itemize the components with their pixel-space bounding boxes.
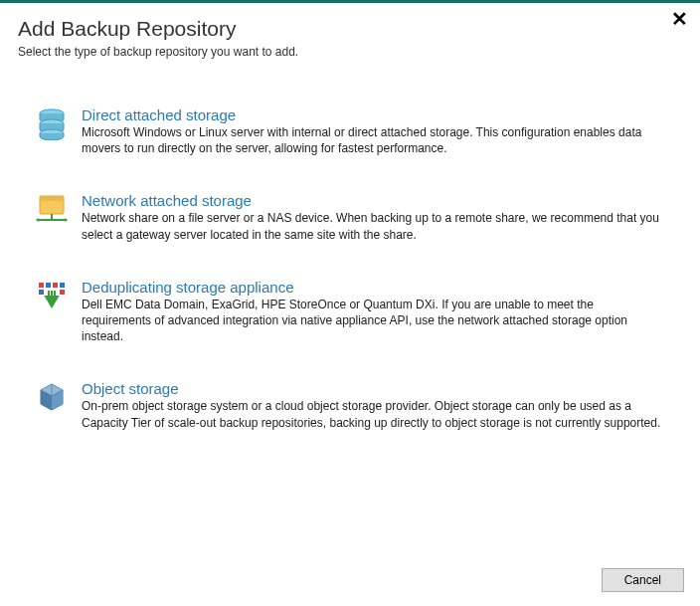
svg-rect-12	[60, 283, 65, 288]
svg-point-8	[65, 219, 68, 222]
option-deduplicating[interactable]: Deduplicating storage appliance Dell EMC…	[34, 279, 666, 345]
option-desc: Network share on a file server or a NAS …	[82, 210, 666, 242]
disks-icon	[34, 106, 70, 140]
object-icon	[34, 380, 70, 412]
dedup-icon	[34, 279, 70, 310]
page-title: Add Backup Repository	[18, 17, 682, 41]
option-direct-attached[interactable]: Direct attached storage Microsoft Window…	[34, 106, 666, 156]
dialog-header: Add Backup Repository Select the type of…	[0, 3, 700, 67]
option-title: Network attached storage	[82, 192, 666, 209]
svg-rect-9	[39, 283, 44, 288]
close-icon[interactable]: ✕	[671, 9, 688, 29]
svg-rect-11	[53, 283, 58, 288]
svg-rect-4	[40, 196, 64, 201]
dialog-footer: Cancel	[602, 568, 684, 592]
svg-rect-14	[60, 290, 65, 295]
svg-rect-10	[46, 283, 51, 288]
option-desc: On-prem object storage system or a cloud…	[82, 398, 666, 430]
option-desc: Dell EMC Data Domain, ExaGrid, HPE Store…	[82, 297, 666, 345]
option-title: Direct attached storage	[82, 106, 666, 123]
option-desc: Microsoft Windows or Linux server with i…	[82, 124, 666, 156]
option-title: Deduplicating storage appliance	[82, 279, 666, 296]
option-network-attached[interactable]: Network attached storage Network share o…	[34, 192, 666, 242]
page-subtitle: Select the type of backup repository you…	[18, 45, 682, 59]
nas-icon	[34, 192, 70, 224]
svg-point-7	[37, 219, 40, 222]
cancel-button[interactable]: Cancel	[602, 568, 684, 592]
svg-rect-13	[39, 290, 44, 295]
option-object-storage[interactable]: Object storage On-prem object storage sy…	[34, 380, 666, 430]
option-title: Object storage	[82, 380, 666, 397]
options-list: Direct attached storage Microsoft Window…	[0, 67, 700, 431]
